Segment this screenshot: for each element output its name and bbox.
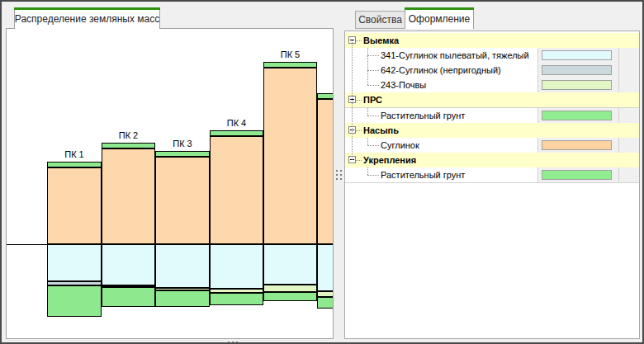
tree-branch-line	[367, 138, 368, 145]
layer-color-swatch[interactable]	[542, 170, 612, 180]
tree-item-row[interactable]: Суглинок	[345, 138, 639, 153]
extra-cell	[618, 108, 639, 123]
extra-cell	[618, 167, 639, 182]
column-divider	[537, 167, 538, 182]
tab-formatting[interactable]: Оформление	[405, 7, 474, 29]
column-divider	[618, 63, 619, 78]
tree-section-title: Насыпь	[363, 125, 399, 135]
tree-branch-line	[367, 48, 368, 85]
bar-cut-silty-loam[interactable]	[317, 244, 334, 291]
bar-body-embankment-loam[interactable]	[102, 148, 155, 244]
tree-section-title: Укрепления	[363, 155, 416, 165]
tree-connector-line	[367, 175, 379, 176]
tree-item-label: Растительный грунт	[381, 111, 465, 120]
tree-item-label: Суглинок	[381, 140, 419, 150]
chart-panel: ПК 1ПК 2ПК 3ПК 4ПК 5	[6, 28, 334, 339]
bar-cut-vegetal-soil[interactable]	[317, 297, 334, 309]
vertical-splitter[interactable]	[334, 29, 343, 338]
bar-cut-vegetal-soil[interactable]	[210, 293, 263, 305]
chart-canvas[interactable]: ПК 1ПК 2ПК 3ПК 4ПК 5	[7, 29, 333, 338]
active-tab-accent	[405, 7, 474, 10]
bar-cap-vegetal-soil[interactable]	[317, 93, 334, 99]
bar-cut-strip-layer[interactable]	[317, 291, 334, 297]
bar-picket-label: ПК 5	[263, 49, 317, 59]
extra-cell	[618, 48, 639, 63]
bar-picket-label: ПК 1	[47, 149, 102, 159]
tree-root-line	[352, 40, 353, 160]
tree-section-насыпь[interactable]: Насыпь	[345, 123, 639, 139]
column-divider	[537, 78, 538, 92]
tree-connector-line	[356, 40, 362, 41]
bar-body-embankment-loam[interactable]	[47, 167, 102, 244]
bar-cut-silty-loam[interactable]	[155, 244, 210, 288]
tree-item-label: Растительный грунт	[381, 170, 465, 180]
tree-item-row[interactable]: Растительный грунт	[345, 167, 639, 183]
bar-cut-vegetal-soil[interactable]	[155, 290, 210, 307]
splitter-grip-dot	[232, 342, 234, 343]
tree-section-выемка[interactable]: Выемка	[345, 33, 639, 49]
column-divider	[537, 138, 538, 153]
tree-connector-line	[367, 115, 379, 116]
splitter-grip-dot	[340, 178, 342, 180]
bar-cut-silty-loam[interactable]	[263, 244, 317, 285]
bar-picket-label: ПК 2	[102, 130, 155, 140]
bar-cap-vegetal-soil[interactable]	[263, 62, 317, 68]
tab-earth-mass-distribution[interactable]: Распределение земляных масс	[14, 7, 160, 29]
bar-body-embankment-loam[interactable]	[263, 68, 317, 244]
tree-section-прс[interactable]: ПРС	[345, 92, 639, 108]
active-tab-accent	[14, 7, 160, 10]
layer-color-swatch[interactable]	[542, 140, 612, 150]
tree-section-title: ПРС	[363, 95, 382, 105]
splitter-grip-dot	[336, 178, 338, 180]
extra-cell	[618, 63, 639, 78]
column-divider	[618, 48, 619, 63]
bottom-splitter[interactable]	[216, 339, 249, 344]
column-divider	[618, 138, 619, 153]
tree-item-label: 341-Суглинок пылеватый, тяжелый	[381, 50, 529, 60]
bar-cut-silty-loam[interactable]	[47, 244, 102, 281]
bar-cut-strip-layer[interactable]	[263, 285, 317, 292]
tree-connector-line	[367, 70, 379, 71]
tab-properties[interactable]: Свойства	[355, 11, 405, 29]
bar-cut-silty-loam[interactable]	[102, 244, 155, 285]
formatting-panel: Выемка341-Суглинок пылеватый, тяжелый642…	[344, 31, 640, 339]
tree-section-title: Выемка	[363, 35, 399, 45]
column-divider	[618, 78, 619, 92]
tree-item-row[interactable]: 341-Суглинок пылеватый, тяжелый	[345, 48, 639, 64]
splitter-grip-dot	[340, 174, 342, 176]
bar-cap-vegetal-soil[interactable]	[210, 130, 263, 136]
bar-cap-vegetal-soil[interactable]	[47, 162, 102, 167]
layer-color-swatch[interactable]	[542, 111, 612, 120]
tree-item-row[interactable]: 243-Почвы	[345, 78, 639, 93]
bar-cut-vegetal-soil[interactable]	[102, 287, 155, 307]
column-divider	[618, 108, 619, 123]
bar-cap-vegetal-soil[interactable]	[155, 151, 210, 157]
bar-cut-vegetal-soil[interactable]	[47, 285, 102, 317]
bar-cut-silty-loam[interactable]	[210, 244, 263, 289]
layer-color-swatch[interactable]	[542, 65, 612, 75]
tree-item-label: 243-Почвы	[381, 80, 426, 90]
tree-section-укрепления[interactable]: Укрепления	[345, 153, 639, 168]
splitter-grip-dot	[336, 170, 338, 172]
tab-label: Оформление	[409, 13, 470, 25]
tree-connector-line	[367, 145, 379, 146]
bar-picket-label: ПК 3	[155, 139, 210, 148]
column-divider	[618, 167, 619, 182]
bar-body-embankment-loam[interactable]	[317, 99, 334, 244]
tree-connector-line	[367, 85, 379, 86]
extra-cell	[618, 78, 639, 92]
tree-item-row[interactable]: 642-Суглинок (непригодный)	[345, 63, 639, 78]
tree-connector-line	[356, 130, 362, 131]
layer-color-swatch[interactable]	[542, 50, 612, 60]
bar-picket-label: ПК 4	[210, 118, 263, 128]
layer-color-swatch[interactable]	[542, 80, 612, 90]
splitter-grip-dot	[336, 174, 338, 176]
tab-label: Распределение земляных масс	[15, 13, 159, 25]
tree-branch-line	[367, 167, 368, 175]
bar-cut-vegetal-soil[interactable]	[263, 292, 317, 301]
bar-cap-vegetal-soil[interactable]	[102, 143, 155, 148]
tree-item-row[interactable]: Растительный грунт	[345, 108, 639, 124]
bar-body-embankment-loam[interactable]	[155, 157, 210, 244]
column-divider	[537, 48, 538, 63]
bar-body-embankment-loam[interactable]	[210, 136, 263, 244]
